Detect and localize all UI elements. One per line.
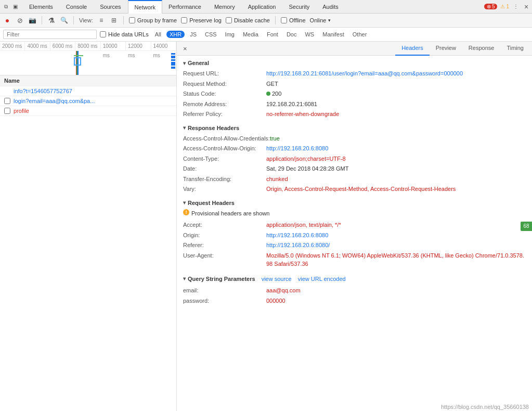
tab-elements[interactable]: Elements: [23, 0, 60, 14]
timeline-bar-body: [74, 57, 81, 66]
detail-close-button[interactable]: ×: [179, 45, 191, 53]
filename-info: info?t=1546057752767: [14, 88, 72, 94]
acao-credentials-row: Access-Control-Allow-Credentials: true: [183, 134, 526, 143]
acao-credentials-key: Access-Control-Allow-Credentials:: [183, 134, 270, 143]
devtools-drawer-icon[interactable]: ▣: [11, 3, 19, 10]
filter-tag-manifest[interactable]: Manifest: [319, 31, 347, 38]
warning-count-badge: ⚠ 1: [500, 4, 509, 9]
offline-option[interactable]: Offline: [281, 17, 306, 23]
view-url-encoded-link[interactable]: view URL encoded: [298, 275, 346, 284]
file-item-profile[interactable]: profile: [0, 106, 176, 116]
profile-checkbox[interactable]: [4, 108, 10, 114]
filter-tag-js[interactable]: JS: [187, 31, 200, 38]
group-by-frame-checkbox[interactable]: [129, 17, 135, 23]
filter-tag-xhr[interactable]: XHR: [166, 31, 185, 38]
group-by-frame-option[interactable]: Group by frame: [129, 17, 177, 23]
email-param-key: email:: [183, 286, 266, 295]
filter-tag-img[interactable]: Img: [222, 31, 238, 38]
accept-value: application/json, text/plain, */*: [266, 221, 341, 229]
right-panel: × Headers Preview Response Timing 68 Gen…: [177, 42, 532, 411]
camera-button[interactable]: 📷: [28, 16, 36, 24]
acao-origin-value: http://192.168.20.6:8080: [266, 144, 328, 153]
date-key: Date:: [183, 164, 266, 173]
tab-timing[interactable]: Timing: [500, 42, 530, 56]
general-section-title[interactable]: General: [183, 60, 526, 66]
user-agent-value: Mozilla/5.0 (Windows NT 6.1; WOW64) Appl…: [266, 251, 526, 268]
origin-value: http://192.168.20.6:8080: [266, 231, 328, 240]
tab-console[interactable]: Console: [60, 0, 94, 14]
chevron-down-icon[interactable]: ▾: [328, 18, 331, 23]
preserve-log-checkbox[interactable]: [181, 17, 187, 23]
file-item-login[interactable]: login?email=aaa@qq.com&pa...: [0, 96, 176, 106]
hide-data-urls-option[interactable]: Hide data URLs: [100, 31, 149, 37]
hide-data-urls-checkbox[interactable]: [100, 31, 106, 37]
password-param-value: 000000: [266, 297, 286, 305]
tab-memory[interactable]: Memory: [208, 0, 242, 14]
preserve-log-option[interactable]: Preserve log: [181, 17, 222, 23]
tree-view-icon[interactable]: ⊞: [110, 16, 118, 24]
filter-tag-css[interactable]: CSS: [202, 31, 220, 38]
offline-checkbox[interactable]: [281, 17, 287, 23]
view-source-link[interactable]: view source: [262, 275, 292, 284]
tab-application[interactable]: Application: [242, 0, 283, 14]
filter-tag-list: All XHR JS CSS Img Media Font Doc WS Man…: [152, 31, 370, 38]
disable-cache-option[interactable]: Disable cache: [226, 17, 270, 23]
tab-performance[interactable]: Performance: [162, 0, 208, 14]
login-checkbox[interactable]: [4, 98, 10, 104]
tab-security[interactable]: Security: [282, 0, 316, 14]
disable-cache-checkbox[interactable]: [226, 17, 232, 23]
network-toolbar: ● ⊘ 📷 ⚗ 🔍 View: ≡ ⊞ Group by frame Prese…: [0, 14, 532, 28]
tab-preview[interactable]: Preview: [430, 42, 462, 56]
devtools-inspect-icon[interactable]: ⧉: [2, 3, 9, 10]
search-icon[interactable]: 🔍: [60, 16, 68, 24]
filter-tag-ws[interactable]: WS: [302, 31, 317, 38]
password-param-row: password: 000000: [183, 297, 526, 305]
filter-icon[interactable]: ⚗: [47, 16, 56, 24]
stop-recording-button[interactable]: ⊘: [16, 16, 24, 24]
error-count-badge: ⊗ 5: [484, 4, 498, 9]
response-headers-title[interactable]: Response Headers: [183, 125, 526, 131]
file-item-info[interactable]: info?t=1546057752767: [0, 86, 176, 96]
timeline-label-8000: 8000 ms: [75, 42, 100, 50]
tab-headers[interactable]: Headers: [395, 42, 430, 56]
transfer-encoding-key: Transfer-Encoding:: [183, 175, 266, 184]
timeline-label-2000: 2000 ms: [0, 42, 25, 50]
filter-tag-all[interactable]: All: [152, 31, 164, 38]
tab-sources[interactable]: Sources: [94, 0, 127, 14]
query-string-title[interactable]: Query String Parameters: [183, 275, 255, 284]
close-devtools-icon[interactable]: ×: [523, 3, 530, 10]
request-url-row: Request URL: http://192.168.20.21:6081/u…: [183, 69, 526, 78]
tab-network[interactable]: Network: [128, 0, 162, 14]
filter-tag-doc[interactable]: Doc: [283, 31, 300, 38]
filter-bar: Hide data URLs All XHR JS CSS Img Media …: [0, 28, 532, 42]
request-method-key: Request Method:: [183, 80, 266, 88]
password-param-key: password:: [183, 297, 266, 305]
list-view-icon[interactable]: ≡: [97, 16, 106, 24]
filter-tag-other[interactable]: Other: [349, 31, 370, 38]
group-by-frame-label: Group by frame: [137, 17, 177, 23]
tab-response[interactable]: Response: [462, 42, 501, 56]
file-list: info?t=1546057752767 login?email=aaa@qq.…: [0, 86, 176, 411]
origin-key: Origin:: [183, 231, 266, 240]
acao-origin-row: Access-Control-Allow-Origin: http://192.…: [183, 144, 526, 153]
timeline-labels: 2000 ms 4000 ms 6000 ms 8000 ms 10000 ms…: [0, 42, 176, 51]
error-icon: ⊗: [487, 4, 491, 9]
timeline-label-10000: 10000 ms: [101, 42, 126, 50]
date-value: Sat, 29 Dec 2018 04:28:28 GMT: [266, 164, 348, 173]
tab-audits[interactable]: Audits: [316, 0, 345, 14]
hide-data-urls-label: Hide data URLs: [108, 31, 149, 37]
online-option[interactable]: Online ▾: [310, 17, 331, 23]
timeline: 2000 ms 4000 ms 6000 ms 8000 ms 10000 ms…: [0, 42, 176, 75]
filter-tag-media[interactable]: Media: [240, 31, 262, 38]
record-button[interactable]: ●: [3, 16, 11, 24]
transfer-encoding-value: chunked: [266, 175, 288, 184]
more-tools-icon[interactable]: ⋮: [512, 3, 520, 10]
request-headers-title[interactable]: Request Headers: [183, 200, 526, 206]
status-code-row: Status Code: 200: [183, 89, 526, 98]
filter-tag-font[interactable]: Font: [264, 31, 281, 38]
view-label: View:: [79, 17, 93, 23]
filter-input[interactable]: [3, 30, 97, 39]
tab-bar-right: ⊗ 5 ⚠ 1 ⋮ ×: [484, 3, 530, 10]
warning-count: 1: [506, 4, 509, 9]
transfer-encoding-row: Transfer-Encoding: chunked: [183, 175, 526, 184]
